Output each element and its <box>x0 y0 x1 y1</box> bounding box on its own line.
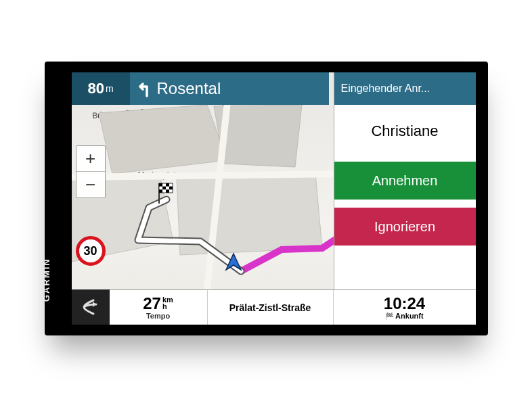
screen: Brienner Straße Dienerstraße Burgstraße … <box>72 72 476 325</box>
svg-rect-13 <box>159 189 162 193</box>
turn-left-icon <box>130 78 157 99</box>
svg-rect-14 <box>166 189 169 193</box>
zoom-in-button[interactable]: + <box>76 146 105 172</box>
speed-limit-sign: 30 <box>76 236 106 266</box>
incoming-call-panel: Eingehender Anr... Christiane Annehmen I… <box>334 72 476 289</box>
back-button[interactable] <box>72 289 110 325</box>
speed-limit-value: 30 <box>83 244 97 258</box>
next-street-name: Rosental <box>157 79 221 98</box>
arrival-time: 10:24 <box>384 296 425 312</box>
svg-marker-15 <box>93 302 96 307</box>
svg-marker-6 <box>226 254 241 270</box>
current-street[interactable]: Prälat-Zistl-Straße <box>208 289 334 325</box>
arrival-label: Ankunft <box>385 312 423 320</box>
speed-info[interactable]: 27kmh Tempo <box>110 289 208 325</box>
gps-device-frame: GARMIN Brienner Straße Dienerstraße B <box>45 62 488 335</box>
svg-rect-12 <box>169 187 173 190</box>
arrival-info[interactable]: 10:24 Ankunft <box>334 289 476 325</box>
vehicle-cursor-icon <box>223 252 244 275</box>
caller-name: Christiane <box>334 105 476 158</box>
svg-rect-11 <box>162 187 166 190</box>
brand-label: GARMIN <box>41 258 51 302</box>
svg-rect-10 <box>166 183 169 187</box>
speed-label: Tempo <box>146 312 170 320</box>
direction-bar[interactable]: 80m Rosental <box>72 72 329 105</box>
turn-distance: 80m <box>72 72 130 105</box>
svg-line-4 <box>72 174 342 177</box>
destination-flag-icon <box>157 182 175 208</box>
zoom-out-button[interactable]: − <box>76 172 105 197</box>
turn-distance-value: 80 <box>87 80 104 97</box>
turn-distance-unit: m <box>106 83 114 94</box>
speed-value: 27 <box>143 294 161 312</box>
speed-unit-h: h <box>162 302 167 310</box>
call-header: Eingehender Anr... <box>334 72 476 105</box>
zoom-controls: + − <box>76 145 106 198</box>
accept-call-button[interactable]: Annehmen <box>334 162 476 200</box>
svg-marker-0 <box>99 105 227 174</box>
svg-rect-9 <box>159 183 162 187</box>
bottom-bar: 27kmh Tempo Prälat-Zistl-Straße 10:24 An… <box>72 289 476 325</box>
reject-call-button[interactable]: Ignorieren <box>334 208 476 246</box>
